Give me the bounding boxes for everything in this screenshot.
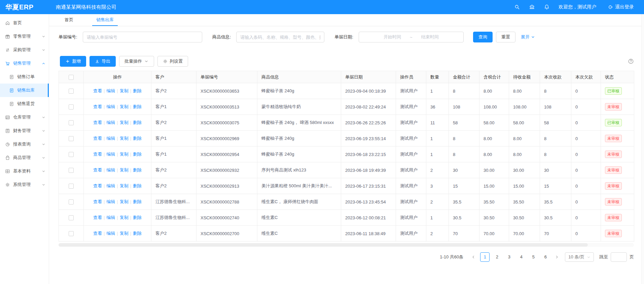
- sidebar-item-reports[interactable]: 报表查询: [0, 137, 49, 151]
- page-number-6[interactable]: 6: [541, 252, 550, 262]
- vertical-scrollbar-track[interactable]: [641, 14, 644, 284]
- action-delete[interactable]: 删除: [133, 152, 142, 157]
- select-all-checkbox[interactable]: [69, 75, 74, 80]
- action-delete[interactable]: 删除: [133, 136, 142, 141]
- sidebar-item-system[interactable]: 系统管理: [0, 178, 49, 191]
- row-checkbox[interactable]: [69, 152, 74, 157]
- table-horizontal-scrollbar[interactable]: [59, 243, 634, 247]
- tab-销售出库[interactable]: 销售出库: [92, 14, 118, 26]
- action-edit[interactable]: 编辑: [106, 136, 115, 141]
- action-copy[interactable]: 复制: [120, 199, 129, 204]
- row-checkbox[interactable]: [69, 136, 74, 141]
- page-size-select[interactable]: 10 条/页: [565, 252, 594, 262]
- row-checkbox[interactable]: [69, 215, 74, 220]
- sidebar-item-retail[interactable]: 零售管理: [0, 30, 49, 43]
- expand-toggle[interactable]: 展开: [521, 34, 535, 40]
- logout-button[interactable]: 退出登录: [608, 4, 634, 10]
- app-logo[interactable]: 华夏ERP: [0, 3, 49, 12]
- action-delete[interactable]: 删除: [133, 104, 142, 109]
- action-view[interactable]: 查看: [93, 183, 102, 188]
- action-copy[interactable]: 复制: [120, 120, 129, 125]
- action-view[interactable]: 查看: [93, 152, 102, 157]
- cell-total: 8: [449, 83, 479, 99]
- sidebar-item-sales-order[interactable]: 销售订单: [0, 70, 49, 84]
- page-number-4[interactable]: 4: [516, 252, 526, 262]
- action-edit[interactable]: 编辑: [106, 88, 115, 93]
- action-copy[interactable]: 复制: [120, 231, 129, 236]
- action-view[interactable]: 查看: [93, 231, 102, 236]
- date-range-input[interactable]: 开始时间 ~ 结束时间: [359, 32, 464, 42]
- scrollbar-thumb[interactable]: [59, 243, 588, 247]
- reset-button[interactable]: 重置: [496, 32, 515, 42]
- action-view[interactable]: 查看: [93, 167, 102, 172]
- page-number-5[interactable]: 5: [529, 252, 538, 262]
- action-copy[interactable]: 复制: [120, 136, 129, 141]
- row-checkbox[interactable]: [69, 104, 74, 109]
- cell-tax_total: 8.00: [479, 83, 509, 99]
- action-delete[interactable]: 删除: [133, 88, 142, 93]
- sidebar-item-sales[interactable]: 销售管理: [0, 57, 49, 70]
- export-button[interactable]: 导出: [90, 56, 116, 67]
- action-delete[interactable]: 删除: [133, 120, 142, 125]
- action-view[interactable]: 查看: [93, 199, 102, 204]
- row-checkbox[interactable]: [69, 184, 74, 189]
- sidebar-item-basic-data[interactable]: 基本资料: [0, 164, 49, 178]
- action-delete[interactable]: 删除: [133, 231, 142, 236]
- action-copy[interactable]: 复制: [120, 88, 129, 93]
- row-checkbox[interactable]: [69, 199, 74, 204]
- bank-icon[interactable]: [529, 4, 535, 10]
- action-copy[interactable]: 复制: [120, 167, 129, 172]
- action-delete[interactable]: 删除: [133, 183, 142, 188]
- sidebar-item-home[interactable]: 首页: [0, 16, 49, 30]
- cell-status: 未审核: [601, 147, 634, 162]
- help-icon[interactable]: [628, 58, 634, 64]
- action-delete[interactable]: 删除: [133, 199, 142, 204]
- sidebar-item-sales-return[interactable]: 销售退货: [0, 97, 49, 111]
- row-checkbox[interactable]: [69, 89, 74, 94]
- material-input[interactable]: [236, 32, 324, 42]
- action-edit[interactable]: 编辑: [106, 183, 115, 188]
- action-edit[interactable]: 编辑: [106, 231, 115, 236]
- action-view[interactable]: 查看: [93, 136, 102, 141]
- action-view[interactable]: 查看: [93, 104, 102, 109]
- jump-page-input[interactable]: [611, 252, 627, 262]
- column-settings-button[interactable]: 列设置: [157, 56, 188, 67]
- action-delete[interactable]: 删除: [133, 215, 142, 220]
- row-checkbox[interactable]: [69, 168, 74, 173]
- action-delete[interactable]: 删除: [133, 167, 142, 172]
- action-copy[interactable]: 复制: [120, 152, 129, 157]
- action-copy[interactable]: 复制: [120, 104, 129, 109]
- action-separator: |: [104, 152, 105, 157]
- action-view[interactable]: 查看: [93, 88, 102, 93]
- sidebar-item-warehouse[interactable]: 仓库管理: [0, 111, 49, 124]
- action-view[interactable]: 查看: [93, 215, 102, 220]
- action-edit[interactable]: 编辑: [106, 104, 115, 109]
- action-edit[interactable]: 编辑: [106, 215, 115, 220]
- batch-ops-button[interactable]: 批量操作: [119, 56, 154, 67]
- page-number-1[interactable]: 1: [480, 252, 490, 262]
- add-button[interactable]: 新增: [60, 56, 86, 67]
- bell-icon[interactable]: [544, 4, 550, 10]
- action-copy[interactable]: 复制: [120, 183, 129, 188]
- bill-no-input[interactable]: [83, 32, 202, 42]
- page-number-3[interactable]: 3: [504, 252, 514, 262]
- tab-首页[interactable]: 首页: [61, 14, 77, 26]
- sidebar-item-finance[interactable]: 财务管理: [0, 124, 49, 137]
- action-copy[interactable]: 复制: [120, 215, 129, 220]
- action-edit[interactable]: 编辑: [106, 167, 115, 172]
- page-number-2[interactable]: 2: [492, 252, 502, 262]
- action-edit[interactable]: 编辑: [106, 199, 115, 204]
- row-checkbox[interactable]: [69, 120, 74, 125]
- action-separator: |: [117, 104, 118, 109]
- action-view[interactable]: 查看: [93, 120, 102, 125]
- search-icon[interactable]: [514, 4, 520, 10]
- search-button[interactable]: 查询: [473, 32, 493, 42]
- prev-page-button[interactable]: [469, 252, 477, 262]
- sidebar-item-purchase[interactable]: 采购管理: [0, 43, 49, 57]
- action-edit[interactable]: 编辑: [106, 120, 115, 125]
- sidebar-item-goods[interactable]: 商品管理: [0, 151, 49, 164]
- row-checkbox[interactable]: [69, 231, 74, 236]
- next-page-button[interactable]: [553, 252, 561, 262]
- sidebar-item-sales-outbound[interactable]: 销售出库: [0, 84, 49, 97]
- action-edit[interactable]: 编辑: [106, 152, 115, 157]
